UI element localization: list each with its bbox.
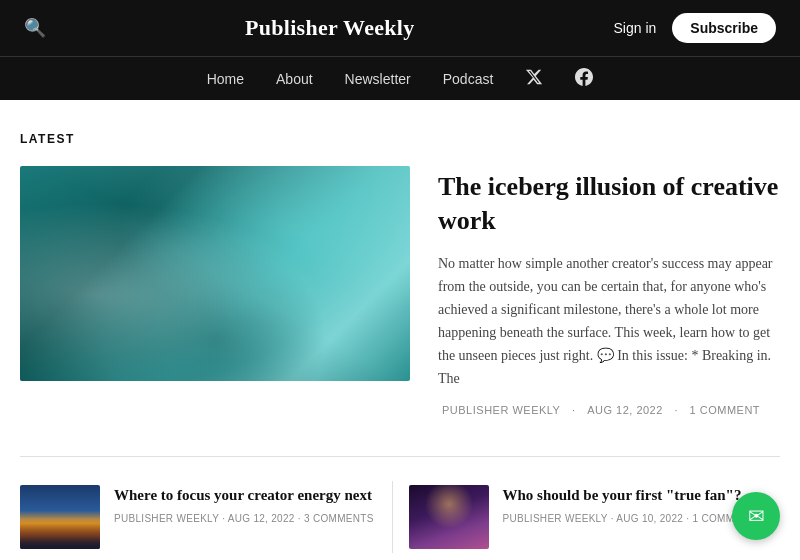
small-2-publisher: PUBLISHER WEEKLY	[503, 513, 608, 524]
nav-podcast[interactable]: Podcast	[443, 71, 494, 87]
featured-publisher: PUBLISHER WEEKLY	[442, 404, 560, 416]
featured-article: The iceberg illusion of creative work No…	[20, 166, 780, 416]
section-label: LATEST	[20, 132, 780, 146]
small-content-2: Who should be your first "true fan"? PUB…	[503, 485, 765, 549]
small-article-1: Where to focus your creator energy next …	[20, 481, 392, 553]
small-1-comments: 3 COMMENTS	[304, 513, 374, 524]
featured-content: The iceberg illusion of creative work No…	[438, 166, 780, 416]
featured-title[interactable]: The iceberg illusion of creative work	[438, 170, 780, 238]
subscribe-button[interactable]: Subscribe	[672, 13, 776, 43]
divider	[20, 456, 780, 457]
sign-in-button[interactable]: Sign in	[613, 20, 656, 36]
email-fab[interactable]: ✉	[732, 492, 780, 540]
search-icon[interactable]: 🔍	[24, 17, 46, 39]
email-fab-icon: ✉	[748, 504, 765, 528]
featured-meta: PUBLISHER WEEKLY · AUG 12, 2022 · 1 COMM…	[438, 404, 780, 416]
small-2-date: AUG 10, 2022	[616, 513, 683, 524]
site-title: Publisher Weekly	[245, 15, 415, 41]
dot-separator-2: ·	[674, 404, 678, 416]
top-header: 🔍 Publisher Weekly Sign in Subscribe	[0, 0, 800, 56]
nav-home[interactable]: Home	[207, 71, 244, 87]
small-title-1[interactable]: Where to focus your creator energy next	[114, 485, 376, 505]
header-actions: Sign in Subscribe	[613, 13, 776, 43]
small-1-publisher: PUBLISHER WEEKLY	[114, 513, 219, 524]
small-meta-2: PUBLISHER WEEKLY · AUG 10, 2022 · 1 COMM…	[503, 513, 765, 524]
nav-bar: Home About Newsletter Podcast	[0, 56, 800, 100]
small-article-2: Who should be your first "true fan"? PUB…	[392, 481, 781, 553]
dot-separator-1: ·	[572, 404, 576, 416]
concert-thumbnail	[409, 485, 489, 549]
main-content: LATEST The iceberg illusion of creative …	[0, 132, 800, 553]
small-meta-1: PUBLISHER WEEKLY · AUG 12, 2022 · 3 COMM…	[114, 513, 376, 524]
small-thumb-1[interactable]	[20, 485, 100, 549]
featured-date: AUG 12, 2022	[587, 404, 663, 416]
small-thumb-2[interactable]	[409, 485, 489, 549]
small-articles-row: Where to focus your creator energy next …	[20, 481, 780, 553]
twitter-icon[interactable]	[525, 68, 543, 90]
nav-newsletter[interactable]: Newsletter	[345, 71, 411, 87]
featured-comments: 1 COMMENT	[690, 404, 761, 416]
small-content-1: Where to focus your creator energy next …	[114, 485, 376, 549]
city-thumbnail	[20, 485, 100, 549]
small-1-date: AUG 12, 2022	[228, 513, 295, 524]
small-title-2[interactable]: Who should be your first "true fan"?	[503, 485, 765, 505]
featured-excerpt: No matter how simple another creator's s…	[438, 252, 780, 391]
featured-image[interactable]	[20, 166, 410, 381]
nav-about[interactable]: About	[276, 71, 313, 87]
facebook-icon[interactable]	[575, 68, 593, 90]
